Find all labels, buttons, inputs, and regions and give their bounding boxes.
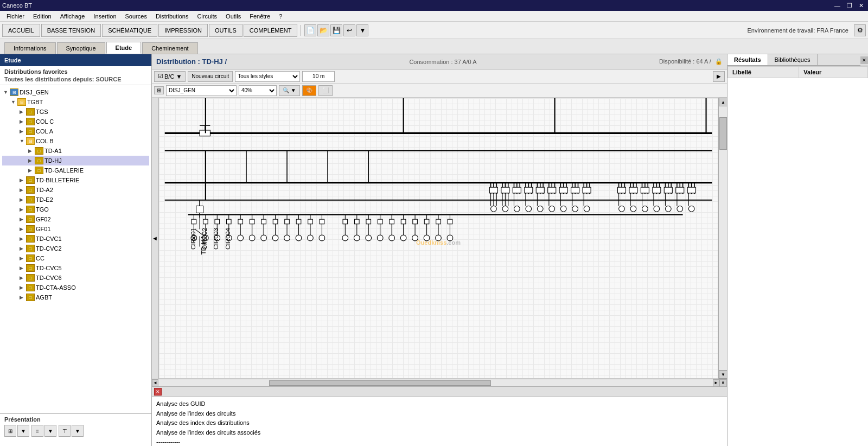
tree-item-col-b[interactable]: ▼⊟COL B — [2, 136, 149, 146]
tree-item-tgbt[interactable]: ▼⊟TGBT — [2, 97, 149, 107]
lock-icon: 🔒 — [715, 58, 723, 65]
scroll-left-btn[interactable]: ◄ — [152, 379, 158, 387]
tab-etude[interactable]: Etude — [106, 42, 142, 54]
tree-item-td-e2[interactable]: ▶□TD-E2 — [2, 195, 149, 205]
tree-item-td-billeterie[interactable]: ▶□TD-BILLETERIE — [2, 175, 149, 185]
schematic-svg: TD-HJ — [159, 98, 718, 378]
menu-circuits[interactable]: Circuits — [193, 12, 221, 21]
svg-rect-165 — [571, 187, 579, 193]
scroll-up-btn[interactable]: ▲ — [719, 98, 727, 106]
menu-distributions[interactable]: Distributions — [151, 12, 193, 21]
tree-item-td-gallerie[interactable]: ▶□TD-GALLERIE — [2, 165, 149, 175]
tree-item-gf02[interactable]: ▶□GF02 — [2, 214, 149, 224]
tree-item-td-a2[interactable]: ▶□TD-A2 — [2, 185, 149, 195]
style-select[interactable]: Tous les styles — [235, 71, 300, 82]
tree-item-td-cvc1[interactable]: ▶□TD-CVC1 — [2, 234, 149, 244]
scroll-down-btn[interactable]: ▼ — [719, 370, 727, 379]
svg-point-86 — [366, 235, 372, 241]
bc-button[interactable]: ☑ B/C ▼ — [154, 71, 186, 82]
pres-icon-down[interactable]: ▼ — [17, 425, 29, 437]
zoom-btn[interactable]: 🔍 ▼ — [279, 85, 300, 96]
scroll-corner[interactable]: ◾ — [719, 379, 727, 387]
pres-icon-down2[interactable]: ▼ — [44, 425, 56, 437]
tree-item-td-a1[interactable]: ▶□TD-A1 — [2, 146, 149, 156]
log-line: Analyse de l'index des circuits associés — [156, 428, 723, 438]
save-file-icon[interactable]: 💾 — [330, 24, 342, 36]
svg-point-90 — [377, 235, 383, 241]
tab-resultats[interactable]: Résultats — [727, 54, 768, 65]
schematique-btn[interactable]: SCHÉMATIQUE — [102, 24, 157, 37]
menu-help[interactable]: ? — [275, 12, 286, 21]
svg-point-180 — [619, 206, 625, 212]
distribution-select[interactable]: DISJ_GEN — [166, 85, 237, 96]
tab-bibliotheques[interactable]: Bibliothèques — [768, 54, 818, 65]
menu-fichier[interactable]: Fichier — [2, 12, 29, 21]
svg-point-94 — [389, 235, 395, 241]
redo-icon[interactable]: ▼ — [356, 24, 368, 36]
pres-icon-list[interactable]: ≡ — [31, 425, 43, 437]
tab-synoptique[interactable]: Synoptique — [57, 42, 105, 54]
tree-item-td-hj[interactable]: ▶□TD-HJ — [2, 156, 149, 165]
color-btn-1[interactable]: 🎨 — [302, 85, 316, 96]
h-scroll-thumb[interactable] — [269, 380, 491, 386]
tab-cheminement[interactable]: Cheminement — [142, 42, 197, 54]
settings-icon[interactable]: ⚙ — [854, 24, 866, 36]
pres-icon-grid[interactable]: ⊞ — [4, 425, 16, 437]
tree-item-disj-gen[interactable]: ▼⊟DISJ_GEN — [2, 87, 149, 97]
diagram-area[interactable]: Ouedkniss.com — [158, 98, 718, 379]
collapse-right-btn[interactable]: ▶ — [713, 71, 725, 82]
menu-edition[interactable]: Edition — [29, 12, 56, 21]
scroll-right-btn[interactable]: ► — [713, 379, 719, 387]
svg-rect-13 — [196, 206, 203, 213]
right-tabs: Résultats Bibliothèques — [727, 54, 860, 66]
right-panel-close-btn[interactable]: ✕ — [860, 56, 868, 64]
tree-item-cc[interactable]: ▶□CC — [2, 253, 149, 263]
color-btn-2[interactable]: ⬜ — [318, 85, 333, 96]
complement-btn[interactable]: COMPLÉMENT — [244, 24, 298, 37]
minimize-btn[interactable]: — — [832, 2, 843, 9]
svg-point-66 — [296, 235, 302, 241]
tree-item-td-cvc5[interactable]: ▶□TD-CVC5 — [2, 263, 149, 273]
close-btn[interactable]: ✕ — [857, 2, 866, 9]
tree-item-td-cvc2[interactable]: ▶□TD-CVC2 — [2, 244, 149, 253]
scroll-thumb[interactable] — [719, 117, 727, 150]
impression-btn[interactable]: IMPRESSION — [158, 24, 208, 37]
svg-rect-178 — [617, 187, 626, 193]
vertical-scrollbar[interactable]: ▲ ▼ — [718, 98, 727, 379]
scroll-track[interactable] — [719, 106, 727, 370]
menu-outils[interactable]: Outils — [221, 12, 245, 21]
svg-rect-153 — [548, 187, 556, 193]
tree-item-col-c[interactable]: ▶□COL C — [2, 117, 149, 126]
new-circuit-btn[interactable]: Nouveau circuit — [188, 71, 233, 82]
restore-btn[interactable]: ❐ — [845, 2, 854, 9]
tree-item-tgs[interactable]: ▶□TGS — [2, 107, 149, 117]
basse-tension-btn[interactable]: BASSE TENSION — [41, 24, 101, 37]
undo-icon[interactable]: ↩ — [343, 24, 355, 36]
bottom-close-btn[interactable]: ✕ — [154, 388, 162, 396]
open-file-icon[interactable]: 📂 — [317, 24, 329, 36]
pres-icon-down3[interactable]: ▼ — [72, 425, 84, 437]
zoom-select[interactable]: 40% 50% 75% 100% — [239, 85, 277, 96]
menu-sources[interactable]: Sources — [121, 12, 151, 21]
pres-icon-filter[interactable]: ⊤ — [59, 425, 71, 437]
tree-item-td-cvc6[interactable]: ▶□TD-CVC6 — [2, 273, 149, 283]
bottom-breakers: CIR001 CIR002 — [188, 215, 683, 250]
svg-point-102 — [412, 235, 418, 241]
tree-item-td-cta-asso[interactable]: ▶□TD-CTA-ASSO — [2, 283, 149, 292]
length-input[interactable] — [302, 71, 335, 82]
tree-item-agbt[interactable]: ▶□AGBT — [2, 292, 149, 302]
collapse-left-btn[interactable]: ◄ — [152, 98, 158, 379]
h-scroll-track[interactable] — [158, 380, 713, 386]
new-file-icon[interactable]: 📄 — [304, 24, 316, 36]
menu-affichage[interactable]: Affichage — [56, 12, 90, 21]
tab-informations[interactable]: Informations — [4, 42, 56, 54]
tree-item-col-a[interactable]: ▶□COL A — [2, 126, 149, 136]
svg-rect-27 — [203, 219, 208, 224]
menu-insertion[interactable]: Insertion — [89, 12, 120, 21]
menu-fenetre[interactable]: Fenêtre — [245, 12, 275, 21]
tree-item-gf01[interactable]: ▶□GF01 — [2, 224, 149, 234]
accueil-btn[interactable]: ACCUEIL — [2, 24, 40, 37]
outils-btn[interactable]: OUTILS — [209, 24, 242, 37]
tree-item-tgo[interactable]: ▶□TGO — [2, 205, 149, 214]
right-breaker-group — [485, 183, 602, 212]
